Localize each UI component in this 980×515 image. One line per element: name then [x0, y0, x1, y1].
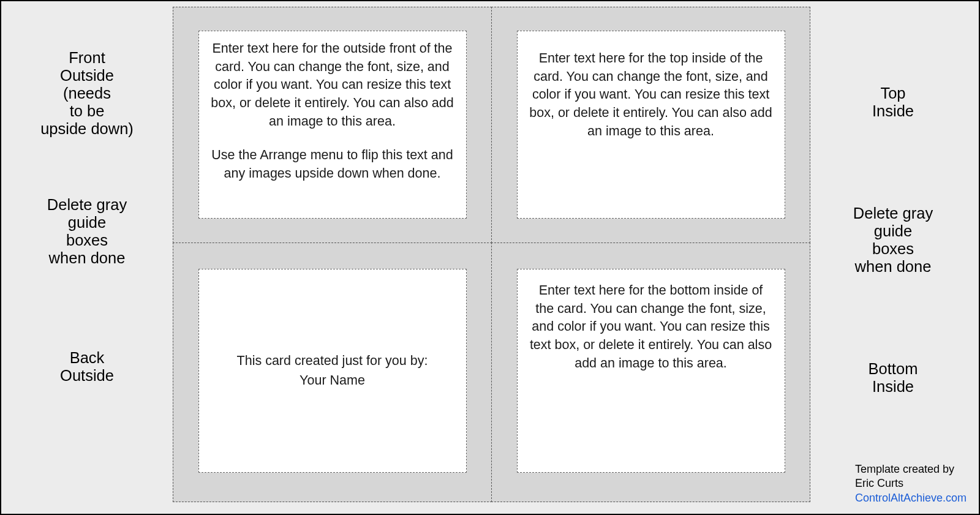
label-line: Inside: [807, 102, 979, 120]
bottom-inside-quad[interactable]: Enter text here for the bottom inside of…: [491, 242, 810, 502]
label-line: Inside: [807, 378, 979, 396]
delete-guide-right-label: Delete gray guide boxes when done: [807, 120, 979, 276]
back-outside-label: Back Outside: [1, 267, 173, 385]
template-credit: Template created by Eric Curts ControlAl…: [855, 462, 967, 505]
textbox-line: Your Name: [210, 372, 455, 390]
label-line: Bottom: [807, 360, 979, 378]
label-line: guide: [807, 222, 979, 240]
top-inside-quad[interactable]: Enter text here for the top inside of th…: [491, 7, 810, 243]
label-line: Outside: [1, 367, 173, 385]
back-outside-quad[interactable]: This card created just for you by: Your …: [173, 242, 492, 502]
textbox-paragraph: Enter text here for the outside front of…: [210, 40, 455, 130]
credit-link[interactable]: ControlAltAchieve.com: [855, 491, 967, 505]
label-line: when done: [807, 258, 979, 276]
label-line: guide: [1, 214, 173, 231]
textbox-paragraph: Use the Arrange menu to flip this text a…: [210, 146, 455, 182]
left-guide-labels: Front Outside (needs to be upside down) …: [1, 1, 173, 514]
textbox-paragraph: Enter text here for the bottom inside of…: [529, 282, 774, 372]
front-outside-label: Front Outside (needs to be upside down): [1, 1, 173, 138]
label-line: Back: [1, 349, 173, 367]
label-line: when done: [1, 249, 173, 267]
label-line: Delete gray: [1, 196, 173, 214]
label-line: Outside: [1, 67, 173, 85]
textbox-line: This card created just for you by:: [210, 352, 455, 370]
textbox-paragraph: Enter text here for the top inside of th…: [529, 50, 774, 140]
top-inside-textbox[interactable]: Enter text here for the top inside of th…: [517, 31, 785, 219]
label-line: Top: [807, 85, 979, 102]
delete-guide-left-label: Delete gray guide boxes when done: [1, 138, 173, 267]
top-inside-label: Top Inside: [807, 1, 979, 120]
label-line: boxes: [1, 231, 173, 249]
back-outside-textbox[interactable]: This card created just for you by: Your …: [198, 269, 467, 473]
card-template-layout: Front Outside (needs to be upside down) …: [1, 1, 979, 514]
credit-line: Eric Curts: [855, 476, 967, 491]
front-outside-textbox[interactable]: Enter text here for the outside front of…: [198, 31, 467, 219]
label-line: (needs: [1, 85, 173, 102]
label-line: boxes: [807, 240, 979, 258]
card-quads-area: Enter text here for the outside front of…: [173, 1, 807, 514]
right-guide-labels: Top Inside Delete gray guide boxes when …: [807, 1, 979, 514]
bottom-inside-label: Bottom Inside: [807, 276, 979, 396]
credit-line: Template created by: [855, 462, 967, 476]
front-outside-quad[interactable]: Enter text here for the outside front of…: [173, 7, 492, 243]
label-line: upside down): [1, 120, 173, 138]
label-line: to be: [1, 102, 173, 120]
label-line: Front: [1, 49, 173, 67]
label-line: Delete gray: [807, 205, 979, 222]
bottom-inside-textbox[interactable]: Enter text here for the bottom inside of…: [517, 269, 785, 473]
